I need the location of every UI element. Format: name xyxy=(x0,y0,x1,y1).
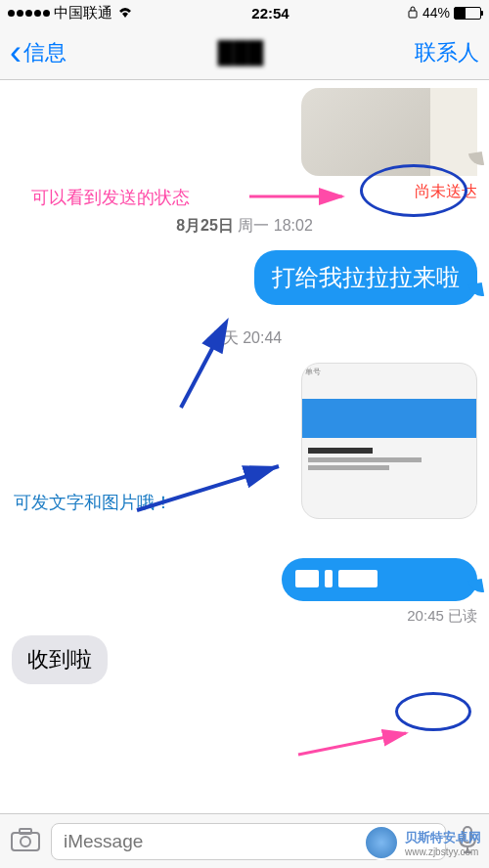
lock-icon xyxy=(407,5,419,22)
arrow-pink-icon-2 xyxy=(293,725,421,764)
svg-point-6 xyxy=(21,837,30,846)
carrier-label: 中国联通 xyxy=(54,4,112,22)
contact-button[interactable]: 联系人 xyxy=(415,38,479,67)
back-button[interactable]: ‹ 信息 xyxy=(10,35,67,70)
signal-icon xyxy=(8,10,50,17)
image-content-placeholder xyxy=(430,88,477,176)
sent-text-bubble-blurred[interactable] xyxy=(282,558,477,601)
sent-image-bubble[interactable] xyxy=(301,88,477,176)
svg-rect-5 xyxy=(12,833,39,850)
arrow-blue-icon-1 xyxy=(166,315,264,422)
conversation-title[interactable]: ███ xyxy=(218,40,264,65)
sent-text-bubble[interactable]: 打给我拉拉拉来啦 xyxy=(254,250,477,305)
status-left: 中国联通 xyxy=(8,4,134,22)
nav-bar: ‹ 信息 ███ 联系人 xyxy=(0,25,489,80)
timestamp-1: 8月25日 周一 18:02 xyxy=(12,216,477,237)
chevron-left-icon: ‹ xyxy=(10,35,22,70)
messages-scroll[interactable]: 尚未送达 8月25日 周一 18:02 打给我拉拉拉来啦 今天 20:44 单号… xyxy=(0,80,489,813)
svg-line-3 xyxy=(137,466,279,510)
status-time: 22:54 xyxy=(251,5,289,22)
back-label: 信息 xyxy=(23,38,67,67)
status-right: 44% xyxy=(407,5,481,22)
status-bar: 中国联通 22:54 44% xyxy=(0,0,489,25)
wifi-icon xyxy=(116,5,134,22)
watermark: 贝斯特安卓网 www.zjbstyy.com xyxy=(364,825,481,860)
annotation-label-status: 可以看到发送的状态 xyxy=(31,186,190,209)
watermark-name: 贝斯特安卓网 xyxy=(405,829,481,846)
circle-annotation-status xyxy=(360,164,467,217)
watermark-url: www.zjbstyy.com xyxy=(405,846,481,857)
camera-icon[interactable] xyxy=(10,827,41,856)
svg-line-2 xyxy=(181,325,225,408)
svg-rect-0 xyxy=(409,11,417,18)
battery-pct: 44% xyxy=(422,5,450,21)
arrow-blue-icon-2 xyxy=(127,452,293,530)
battery-icon xyxy=(454,7,481,20)
svg-line-4 xyxy=(298,733,406,755)
arrow-pink-icon xyxy=(244,183,352,212)
watermark-logo-icon xyxy=(364,825,399,860)
sent-screenshot-bubble[interactable]: 单号 xyxy=(301,363,477,519)
read-receipt: 20:45 已读 xyxy=(12,607,477,626)
received-text-bubble[interactable]: 收到啦 xyxy=(12,635,108,684)
svg-rect-7 xyxy=(20,829,31,834)
